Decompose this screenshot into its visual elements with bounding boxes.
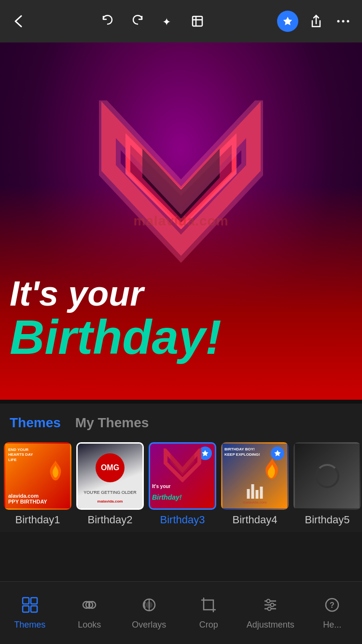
svg-point-27 — [271, 603, 274, 606]
crop-preview-button[interactable] — [188, 12, 207, 30]
svg-point-28 — [268, 607, 271, 610]
birthday-text: Birthday! — [10, 313, 338, 361]
themes-label: Themes — [14, 620, 45, 630]
looks-label: Looks — [78, 620, 101, 630]
theme-thumb-birthday5[interactable] — [293, 442, 361, 510]
themes-tabs: Themes My Themes — [0, 404, 362, 437]
loading-spinner — [315, 464, 339, 488]
star-button[interactable] — [277, 11, 298, 32]
theme-label-birthday4: Birthday4 — [233, 514, 278, 526]
back-button[interactable] — [10, 12, 28, 30]
theme-birthday3[interactable]: It's your Birthday! Birthday3 — [149, 442, 216, 526]
canvas-logo — [99, 100, 263, 284]
svg-point-26 — [267, 599, 270, 602]
themes-panel: Themes My Themes END YOURHEARTS DAYLIFE … — [0, 404, 362, 532]
bottom-tool-help[interactable]: ? He... — [310, 596, 354, 630]
adjustments-label: Adjustments — [247, 620, 294, 630]
bar-chart — [247, 484, 263, 499]
overlays-icon — [140, 596, 158, 617]
crop-label: Crop — [199, 620, 218, 630]
bottom-tool-crop[interactable]: Crop — [187, 596, 230, 630]
svg-point-7 — [342, 20, 345, 23]
adjustments-icon — [262, 596, 279, 617]
crop-icon — [200, 596, 217, 617]
separator — [0, 400, 362, 404]
svg-text:?: ? — [330, 601, 334, 609]
tab-themes[interactable]: Themes — [10, 413, 61, 433]
theme-thumb-birthday2[interactable]: OMG malavida.com YOU'RE GETTING OLDER — [76, 442, 144, 510]
theme-birthday5[interactable]: Birthday5 — [293, 442, 361, 526]
svg-point-8 — [347, 20, 349, 23]
theme-thumb-birthday3[interactable]: It's your Birthday! — [149, 442, 216, 510]
theme-label-birthday1: Birthday1 — [15, 514, 60, 526]
theme-birthday2[interactable]: OMG malavida.com YOU'RE GETTING OLDER Bi… — [76, 442, 144, 526]
undo-button[interactable] — [98, 12, 117, 30]
svg-rect-12 — [31, 598, 37, 604]
svg-point-6 — [337, 20, 340, 23]
svg-rect-1 — [193, 16, 202, 26]
svg-rect-22 — [204, 600, 213, 610]
redo-button[interactable] — [128, 12, 147, 30]
theme-label-birthday2: Birthday2 — [88, 514, 133, 526]
its-your-text: It's your — [10, 275, 338, 313]
theme-birthday1[interactable]: END YOURHEARTS DAYLIFE alavida.comPPY BI… — [4, 442, 71, 526]
magic-button[interactable]: ✦ — [158, 12, 177, 30]
svg-text:✦: ✦ — [162, 16, 171, 28]
tab-my-themes[interactable]: My Themes — [75, 413, 149, 433]
overlays-label: Overlays — [132, 620, 166, 630]
canvas-area[interactable]: It's your Birthday! malavida.com — [0, 42, 362, 400]
top-toolbar: ✦ — [0, 0, 362, 42]
bottom-toolbar: Themes Looks Overlays — [0, 581, 362, 644]
theme-label-birthday5: Birthday5 — [305, 514, 350, 526]
svg-rect-13 — [23, 606, 29, 612]
themes-scroll[interactable]: END YOURHEARTS DAYLIFE alavida.comPPY BI… — [0, 437, 362, 532]
theme-label-birthday3: Birthday3 — [160, 514, 205, 526]
theme-thumb-birthday1[interactable]: END YOURHEARTS DAYLIFE alavida.comPPY BI… — [4, 442, 71, 510]
bottom-tool-overlays[interactable]: Overlays — [127, 596, 171, 630]
bottom-tool-themes[interactable]: Themes — [8, 596, 52, 630]
themes-icon — [21, 596, 39, 617]
looks-icon — [81, 596, 98, 617]
svg-rect-14 — [31, 606, 37, 612]
help-icon: ? — [323, 596, 341, 617]
help-label: He... — [323, 620, 341, 630]
svg-rect-11 — [23, 598, 29, 604]
more-button[interactable] — [334, 12, 352, 30]
theme-birthday4[interactable]: BIRTHDAY BOY!KEEP EXPLODING! malavida.co… — [221, 442, 289, 526]
theme-thumb-birthday4[interactable]: BIRTHDAY BOY!KEEP EXPLODING! malavida.co… — [221, 442, 289, 510]
svg-marker-4 — [283, 17, 292, 25]
share-button[interactable] — [307, 12, 325, 30]
bottom-tool-adjustments[interactable]: Adjustments — [247, 596, 294, 630]
bottom-tool-looks[interactable]: Looks — [68, 596, 111, 630]
birthday-text-area: It's your Birthday! — [10, 275, 338, 361]
svg-marker-9 — [202, 450, 208, 456]
